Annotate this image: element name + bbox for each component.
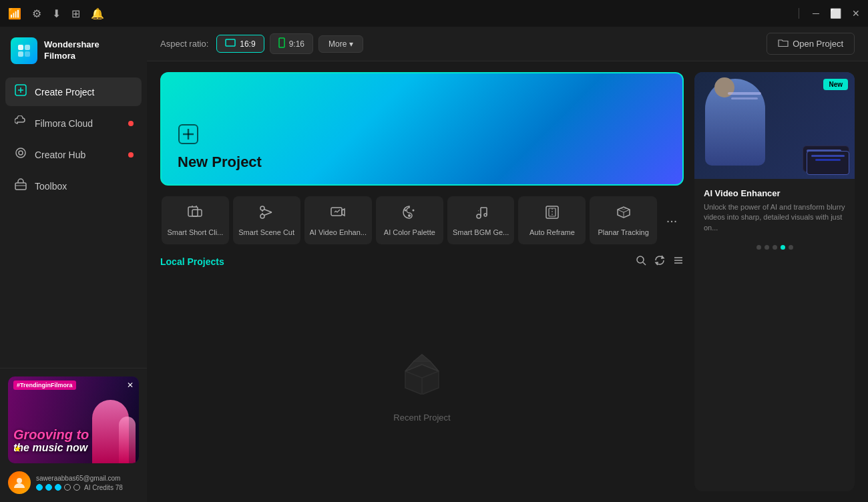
auto-reframe-icon <box>544 204 560 224</box>
aspect-916-label: 9:16 <box>289 39 304 49</box>
aspect-169-button[interactable]: 16:9 <box>216 35 264 53</box>
auto-reframe-label: Auto Reframe <box>529 228 575 236</box>
ai-tool-planar-tracking[interactable]: Planar Tracking <box>590 196 657 244</box>
search-button[interactable] <box>636 255 646 268</box>
separator <box>799 8 799 19</box>
download-icon[interactable]: ⬇ <box>52 7 61 20</box>
svg-point-22 <box>260 214 264 218</box>
main-content: Aspect ratio: 16:9 9:16 More <box>147 27 868 502</box>
apps-icon[interactable]: ⊞ <box>71 7 80 20</box>
avatar[interactable] <box>8 471 31 494</box>
trending-close-icon[interactable]: ✕ <box>127 381 134 390</box>
credit-dot-3 <box>55 484 61 491</box>
local-projects-actions <box>636 255 684 268</box>
folder-icon <box>778 38 789 49</box>
local-projects-title: Local Projects <box>160 256 224 267</box>
promo-text: AI Video Enhancer Unlock the power of AI… <box>694 179 855 240</box>
more-button[interactable]: More ▾ <box>318 35 363 53</box>
title-bar-icons: 📶 ⚙ ⬇ ⊞ 🔔 <box>8 7 104 20</box>
creator-hub-badge <box>128 152 134 158</box>
local-projects-section: Local Projects <box>160 255 684 491</box>
smart-short-clip-icon <box>187 204 203 224</box>
svg-line-24 <box>264 212 272 216</box>
list-view-button[interactable] <box>673 255 684 268</box>
promo-dot-3[interactable] <box>781 245 785 250</box>
promo-new-badge: New <box>823 79 848 90</box>
ai-tool-smart-short-clip[interactable]: Smart Short Cli... <box>162 196 229 244</box>
maximize-button[interactable]: ⬜ <box>830 8 841 19</box>
bell-icon[interactable]: 🔔 <box>91 7 104 20</box>
ai-color-palette-label: AI Color Palette <box>384 228 435 236</box>
sidebar-nav: Create Project Filmora Cloud <box>0 77 147 368</box>
ai-tool-auto-reframe[interactable]: Auto Reframe <box>518 196 586 244</box>
sidebar-item-toolbox[interactable]: Toolbox <box>5 172 142 200</box>
promo-card-line <box>811 155 845 157</box>
wifi-icon[interactable]: 📶 <box>8 7 21 20</box>
svg-rect-1 <box>25 45 30 50</box>
credit-dot-2 <box>45 484 52 491</box>
promo-dot-1[interactable] <box>765 245 769 250</box>
empty-label: Recent Project <box>393 413 450 423</box>
smart-scene-cut-label: Smart Scene Cut <box>238 228 294 236</box>
ai-tool-ai-color-palette[interactable]: AI Color Palette <box>376 196 443 244</box>
promo-dot-0[interactable] <box>756 245 761 250</box>
open-project-label: Open Project <box>793 39 843 49</box>
content-area: New Project Smart Short C <box>147 61 868 502</box>
aspect-916-button[interactable]: 9:16 <box>270 33 313 54</box>
aspect-ratio-label: Aspect ratio: <box>160 39 208 49</box>
promo-dot-4[interactable] <box>789 245 793 250</box>
filmora-cloud-label: Filmora Cloud <box>35 118 93 129</box>
sidebar-bottom: ✕ #TrendinginFilmora Grooving to the mus… <box>0 368 147 502</box>
refresh-button[interactable] <box>654 255 665 268</box>
sidebar-item-create-project[interactable]: Create Project <box>5 77 142 106</box>
planar-tracking-icon <box>616 204 632 224</box>
trending-text: Grooving to the music now <box>13 427 89 454</box>
trending-hashtag: #TrendinginFilmora <box>13 381 76 390</box>
local-projects-header: Local Projects <box>160 255 684 268</box>
svg-line-40 <box>643 262 646 265</box>
user-credits: AI Credits 78 <box>36 484 139 491</box>
svg-point-29 <box>413 210 415 212</box>
credit-dot-5 <box>73 484 80 491</box>
svg-point-21 <box>260 206 264 210</box>
credit-dot-4 <box>64 484 71 491</box>
new-project-label: New Project <box>178 154 666 171</box>
new-project-card[interactable]: New Project <box>160 72 684 186</box>
minimize-button[interactable]: ─ <box>813 8 819 19</box>
sidebar: Wondershare Filmora Create Project <box>0 27 147 502</box>
svg-point-7 <box>16 148 25 158</box>
promo-card-line-2 <box>815 159 840 161</box>
svg-rect-3 <box>25 51 30 57</box>
smart-bgm-label: Smart BGM Ge... <box>453 228 509 236</box>
svg-rect-0 <box>18 45 23 50</box>
new-project-add-icon <box>178 123 666 150</box>
ai-tool-smart-bgm[interactable]: Smart BGM Ge... <box>447 196 515 244</box>
logo-icon <box>11 37 37 64</box>
svg-point-30 <box>477 214 481 218</box>
toolbox-icon <box>13 178 28 194</box>
sidebar-item-creator-hub[interactable]: Creator Hub <box>5 140 142 169</box>
filmora-cloud-badge <box>128 121 134 126</box>
promo-dots <box>694 240 855 255</box>
promo-dot-2[interactable] <box>773 245 777 250</box>
credit-dot-1 <box>36 484 43 491</box>
more-tools-button[interactable]: ··· <box>660 205 684 236</box>
svg-point-39 <box>637 256 644 263</box>
svg-rect-17 <box>188 207 198 216</box>
svg-rect-18 <box>192 210 202 216</box>
svg-point-11 <box>17 478 22 483</box>
settings-icon[interactable]: ⚙ <box>32 7 41 20</box>
trending-person-2 <box>119 417 136 463</box>
trending-card[interactable]: ✕ #TrendinginFilmora Grooving to the mus… <box>8 376 139 463</box>
logo-text: Wondershare Filmora <box>44 39 99 62</box>
app-body: Wondershare Filmora Create Project <box>0 27 868 502</box>
sidebar-item-filmora-cloud[interactable]: Filmora Cloud <box>5 109 142 138</box>
ai-tool-ai-video-enhancer[interactable]: AI Video Enhan... <box>304 196 372 244</box>
credits-label: AI Credits 78 <box>84 484 123 491</box>
svg-rect-2 <box>18 51 23 57</box>
close-button[interactable]: ✕ <box>852 8 860 19</box>
promo-image: ↖ New <box>694 72 855 179</box>
user-email: saweraabbas65@gmail.com <box>36 475 139 482</box>
open-project-button[interactable]: Open Project <box>767 33 855 55</box>
ai-tool-smart-scene-cut[interactable]: Smart Scene Cut <box>233 196 300 244</box>
